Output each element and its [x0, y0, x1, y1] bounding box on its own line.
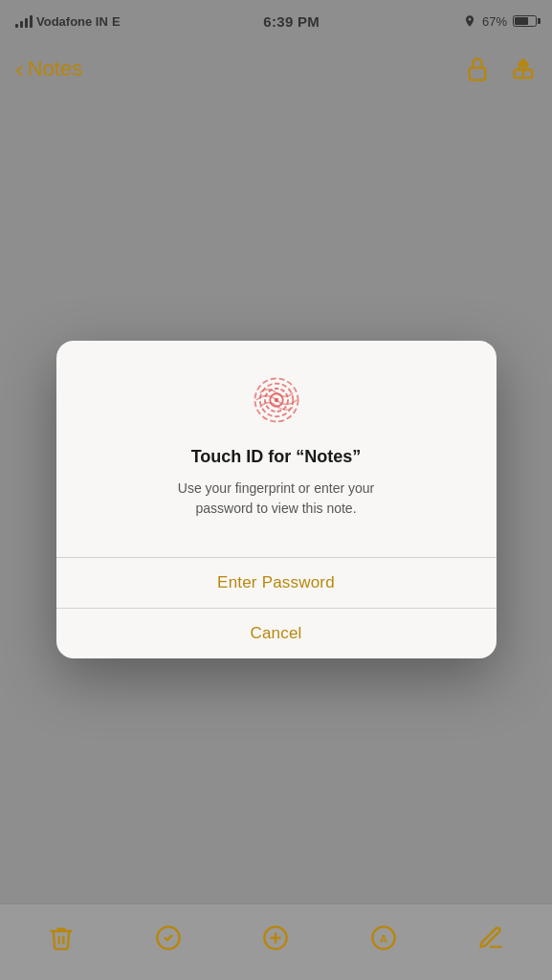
- battery-icon: [513, 15, 537, 27]
- edit-button[interactable]: [468, 915, 514, 961]
- dialog-message: Use your fingerprint or enter yourpasswo…: [79, 479, 474, 519]
- fingerprint-icon: [248, 371, 305, 429]
- svg-rect-0: [470, 68, 485, 80]
- check-icon: [155, 924, 182, 951]
- dialog-body: Touch ID for “Notes” Use your fingerprin…: [56, 341, 497, 556]
- carrier-text: Vodafone IN: [36, 14, 108, 29]
- location-icon: [463, 14, 476, 28]
- touch-id-dialog: Touch ID for “Notes” Use your fingerprin…: [56, 341, 497, 657]
- nav-icons: [464, 56, 537, 82]
- edit-icon: [477, 924, 504, 951]
- compose-icon: A: [370, 924, 397, 951]
- trash-icon: [48, 924, 75, 951]
- enter-password-button[interactable]: Enter Password: [56, 558, 497, 608]
- back-chevron-icon: ‹: [15, 56, 24, 81]
- compose-button[interactable]: A: [361, 915, 407, 961]
- add-button[interactable]: [253, 915, 298, 961]
- check-button[interactable]: [145, 915, 191, 961]
- battery-percent: 67%: [482, 14, 507, 29]
- status-time: 6:39 PM: [263, 13, 320, 30]
- lock-icon[interactable]: [464, 56, 491, 82]
- bottom-toolbar: A: [0, 903, 552, 980]
- signal-bars-icon: [15, 14, 33, 28]
- nav-bar: ‹ Notes: [0, 42, 552, 96]
- svg-text:A: A: [379, 931, 387, 944]
- dialog-title: Touch ID for “Notes”: [79, 446, 474, 468]
- status-bar: Vodafone IN E 6:39 PM 67%: [0, 0, 552, 42]
- cancel-button[interactable]: Cancel: [56, 609, 497, 658]
- share-icon[interactable]: [510, 56, 537, 82]
- network-type: E: [112, 14, 121, 29]
- dialog-overlay: Touch ID for “Notes” Use your fingerprin…: [0, 96, 552, 903]
- main-content: Touch ID for “Notes” Use your fingerprin…: [0, 96, 552, 903]
- add-icon: [262, 924, 289, 951]
- back-button[interactable]: ‹ Notes: [15, 56, 82, 81]
- back-label: Notes: [28, 56, 82, 81]
- trash-button[interactable]: [38, 915, 84, 961]
- status-right: 67%: [463, 14, 537, 29]
- status-left: Vodafone IN E: [15, 14, 121, 29]
- fingerprint-svg: [248, 371, 305, 429]
